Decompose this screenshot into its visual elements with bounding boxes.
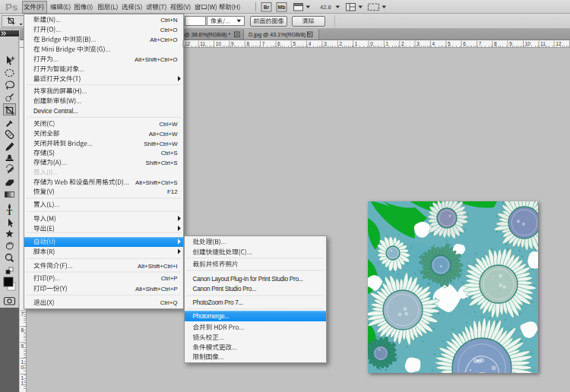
svg-text:1: 1 <box>21 381 24 386</box>
svg-text:7: 7 <box>21 311 24 317</box>
svg-text:7: 7 <box>262 41 265 46</box>
svg-text:4: 4 <box>432 41 435 46</box>
svg-text:8: 8 <box>21 327 24 333</box>
svg-text:Alt+Shift+Ctrl+S: Alt+Shift+Ctrl+S <box>135 179 178 186</box>
svg-text:3: 3 <box>416 41 420 46</box>
svg-text:12: 12 <box>185 41 191 46</box>
svg-text:Shift+Ctrl+W: Shift+Ctrl+W <box>144 141 178 147</box>
svg-text:7: 7 <box>479 41 482 46</box>
svg-text:4: 4 <box>309 41 312 46</box>
svg-text:Shift+Ctrl+S: Shift+Ctrl+S <box>146 160 178 166</box>
svg-text:9: 9 <box>509 41 512 46</box>
svg-text:12: 12 <box>556 41 562 46</box>
svg-text:T: T <box>7 207 13 217</box>
svg-text:1: 1 <box>21 375 24 381</box>
svg-text:3: 3 <box>324 41 327 46</box>
svg-text:2: 2 <box>401 41 404 46</box>
svg-text:1: 1 <box>386 41 389 46</box>
svg-text:1: 1 <box>355 41 358 46</box>
svg-text:Mb: Mb <box>278 5 286 10</box>
svg-text:F12: F12 <box>167 188 178 195</box>
svg-text:8: 8 <box>246 41 249 46</box>
svg-text:11: 11 <box>540 41 546 46</box>
svg-text:D.jpg @ 43.1%(RGB/8) *: D.jpg @ 43.1%(RGB/8) * <box>249 31 309 38</box>
svg-text:42.8: 42.8 <box>320 4 331 11</box>
svg-text:Alt+Ctrl+W: Alt+Ctrl+W <box>149 131 178 138</box>
svg-text:2: 2 <box>340 41 343 46</box>
svg-text:Device Central...: Device Central... <box>33 108 78 115</box>
svg-text:10: 10 <box>525 41 531 46</box>
svg-text:Ctrl+W: Ctrl+W <box>159 121 178 128</box>
svg-text:9: 9 <box>231 41 234 46</box>
svg-text:Ps: Ps <box>5 2 18 13</box>
svg-text:6: 6 <box>277 41 280 46</box>
svg-text:8: 8 <box>494 41 497 46</box>
svg-text:10: 10 <box>216 41 222 46</box>
svg-text:Photomerge...: Photomerge... <box>193 313 230 320</box>
svg-text:@ 38.6%(RGB/8) *: @ 38.6%(RGB/8) * <box>184 31 230 38</box>
svg-text:Ctrl+S: Ctrl+S <box>161 150 178 156</box>
svg-text:11: 11 <box>200 41 205 46</box>
svg-text:Canon Print Studio Pro...: Canon Print Studio Pro... <box>193 286 257 292</box>
svg-text:6: 6 <box>463 41 466 46</box>
svg-text:1: 1 <box>21 359 24 365</box>
svg-text:Alt+Ctrl+O: Alt+Ctrl+O <box>150 36 177 43</box>
svg-text:Alt+Shift+Ctrl+P: Alt+Shift+Ctrl+P <box>135 286 178 292</box>
svg-text:Ctrl+O: Ctrl+O <box>160 27 178 33</box>
svg-text:Canon Layout Plug-In for Print: Canon Layout Plug-In for Print Studio Pr… <box>193 276 303 283</box>
svg-text:Br: Br <box>264 5 270 10</box>
svg-text:Alt+Shift+Ctrl+O: Alt+Shift+Ctrl+O <box>135 56 177 63</box>
svg-text:5: 5 <box>293 41 296 46</box>
svg-text:0: 0 <box>21 365 24 370</box>
svg-text:Ctrl+Q: Ctrl+Q <box>160 299 178 306</box>
svg-text:Alt+Shift+Ctrl+I: Alt+Shift+Ctrl+I <box>138 263 177 270</box>
svg-text:5: 5 <box>448 41 451 46</box>
svg-text:Ctrl+P: Ctrl+P <box>161 275 178 282</box>
svg-text:9: 9 <box>21 343 24 349</box>
svg-text:0: 0 <box>370 41 373 46</box>
svg-text:Ctrl+N: Ctrl+N <box>160 17 178 24</box>
svg-text:PhotoZoom Pro 7...: PhotoZoom Pro 7... <box>193 299 243 306</box>
